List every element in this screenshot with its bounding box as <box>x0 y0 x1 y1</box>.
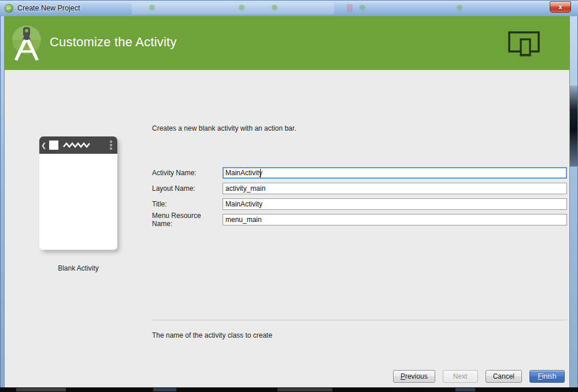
form-row-layout-name: Layout Name: <box>152 183 567 194</box>
wizard-header: Customize the Activity <box>5 16 569 70</box>
preview-caption: Blank Activity <box>25 264 132 272</box>
wizard-content: ❮ Blank Activity Creates a new blank act… <box>5 70 569 387</box>
activity-form: Activity Name: Layout Name: Title: Menu … <box>152 167 567 230</box>
back-chevron-icon: ❮ <box>41 142 46 149</box>
cancel-button[interactable]: Cancel <box>486 370 522 383</box>
close-icon: x <box>558 3 562 10</box>
window-title: Create New Project <box>17 4 80 12</box>
page-title: Customize the Activity <box>50 35 177 50</box>
layout-name-input[interactable] <box>223 183 567 194</box>
aero-glass-artifact <box>149 5 155 10</box>
title-input[interactable] <box>223 198 567 210</box>
app-icon-placeholder <box>49 140 58 150</box>
template-description: Creates a new blank activity with an act… <box>152 124 296 132</box>
background-window-fragment <box>277 388 332 391</box>
background-window-fragment <box>153 388 176 391</box>
form-row-activity-name: Activity Name: <box>152 167 567 179</box>
android-studio-logo-icon <box>12 25 45 63</box>
preview-body <box>39 154 117 250</box>
aero-glass-artifact <box>272 5 277 10</box>
overflow-menu-icon <box>110 140 112 150</box>
wizard-buttons: Previous Next Cancel Finish <box>393 370 565 383</box>
form-row-title: Title: <box>152 198 567 210</box>
desktop-background-strip <box>0 387 578 392</box>
section-divider <box>152 320 567 320</box>
finish-button[interactable]: Finish <box>529 370 565 383</box>
field-help-text: The name of the activity class to create <box>152 331 272 339</box>
create-new-project-window: Create New Project x Customize the Activ… <box>0 0 578 392</box>
background-window-fragment <box>16 388 66 391</box>
aero-glass-artifact <box>347 4 353 12</box>
window-border-left <box>0 16 5 387</box>
activity-name-input[interactable] <box>223 167 567 179</box>
close-button[interactable]: x <box>550 1 571 13</box>
window-border-right <box>569 16 578 387</box>
layout-name-label: Layout Name: <box>152 184 223 193</box>
aero-glass-artifact <box>360 5 365 10</box>
activity-name-label: Activity Name: <box>152 169 223 177</box>
text-caret <box>260 169 261 177</box>
menu-resource-name-input[interactable] <box>223 214 567 225</box>
menu-resource-name-label: Menu Resource Name: <box>152 212 223 228</box>
form-row-menu-resource-name: Menu Resource Name: <box>152 214 567 225</box>
tablet-and-phone-icon <box>507 31 541 58</box>
activity-preview-card: ❮ <box>39 136 117 250</box>
aero-glass-artifact <box>239 5 244 10</box>
android-studio-app-icon <box>5 4 13 13</box>
window-titlebar: Create New Project x <box>0 0 578 16</box>
preview-action-bar: ❮ <box>39 136 117 154</box>
title-label: Title: <box>152 200 223 208</box>
aero-glass-artifact <box>457 5 462 10</box>
previous-button[interactable]: Previous <box>393 370 435 383</box>
next-button: Next <box>443 370 478 383</box>
background-showthrough <box>570 86 578 167</box>
background-window-fragment <box>455 388 475 391</box>
aero-glass-reflection <box>132 3 334 14</box>
title-squiggle-icon <box>63 142 91 148</box>
